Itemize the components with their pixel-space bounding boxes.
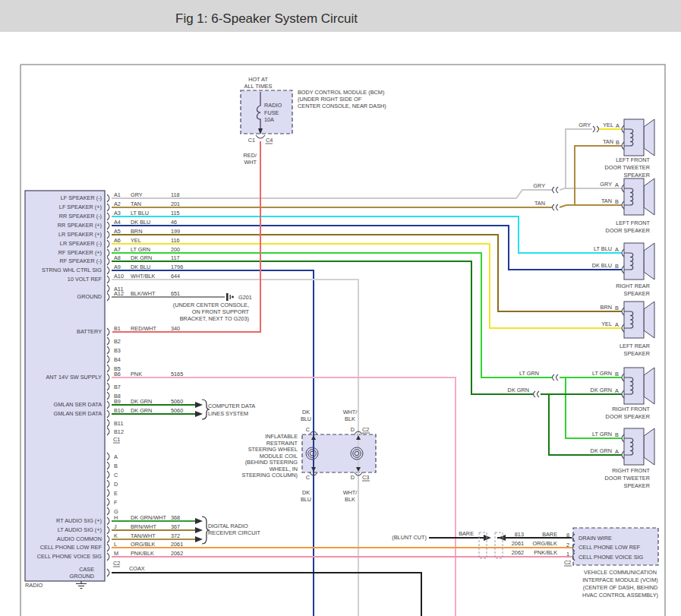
terminal-wire-label: DK GRN: [508, 387, 529, 393]
wire-color-label: DK GRN: [131, 398, 152, 405]
wire-color-label: WHT/BLK: [131, 273, 156, 280]
terminal-pin-letter: A: [615, 246, 619, 253]
pin-id: A2: [114, 201, 121, 207]
circuit-number: 199: [171, 228, 180, 235]
signal-label: GMLAN SER DATA: [54, 401, 102, 408]
connector-id: C3: [362, 474, 369, 481]
wire-color-label: TAN/WHT: [131, 532, 156, 539]
wire-color-label: DK: [302, 489, 310, 496]
speaker-title: DOOR SPEAKER: [606, 227, 650, 234]
terminal-wire-label: LT BLU: [594, 245, 612, 252]
vcim-caption: (CENTER OF DASH, BEHIND: [583, 584, 658, 591]
case-ground-icon: [76, 581, 87, 589]
wire-color-label: ORG/BLK: [533, 540, 558, 547]
terminal-wire-label: TAN: [603, 138, 613, 145]
link-label: DIGITAL RADIO: [208, 523, 248, 529]
pin-id: B7: [114, 384, 121, 390]
terminal-wire-label: TAN: [601, 197, 612, 204]
vcim-caption: INTERFACE MODULE (VCIM): [582, 577, 657, 583]
wire-color-label: BARE: [542, 531, 557, 538]
pin-id: B12: [114, 428, 124, 435]
pin-id: F: [114, 499, 118, 506]
pin-id: C: [306, 426, 310, 433]
wire-color-label: LT GRN: [131, 246, 150, 253]
wire-color-label: YEL: [131, 237, 141, 244]
ground-note: ON FRONT SUPPORT: [192, 308, 250, 315]
pin-id: 8: [566, 532, 569, 539]
vcim-caption: VEHICLE COMMUNICATION: [584, 569, 657, 576]
speaker-title: LEFT FRONT: [616, 156, 650, 163]
wire-color-label: DK GRN/WHT: [131, 514, 167, 521]
signal-label: CELL PHONE VOICE SIG: [37, 553, 102, 560]
terminal-wire-label: BRN: [601, 304, 612, 311]
wire-color-label: BLK/WHT: [131, 290, 156, 297]
circuit-number: 118: [171, 191, 180, 198]
signal-label: ANT 14V SW SUPPLY: [46, 374, 102, 381]
wire-gry: [112, 129, 622, 198]
wire-color-label: LT BLU: [131, 210, 149, 216]
terminal-wire-label: GRY: [600, 181, 612, 188]
wire-color-label: BARE: [459, 530, 474, 537]
wire-color-label: WHT/: [343, 489, 358, 496]
signal-label: STRNG WHL CTRL SIG: [42, 267, 102, 273]
pin-id: B2: [114, 338, 121, 345]
pin-id: B: [114, 463, 118, 469]
connector-id: C2: [362, 426, 369, 433]
wire-color-label: DK GRN: [131, 407, 152, 414]
terminal-wire-label: DK BLU: [592, 262, 612, 269]
ground-note: BRACKET, NEXT TO G203): [180, 315, 249, 322]
pin-id: 2: [566, 542, 569, 548]
wire-color-label: WHT/: [343, 409, 358, 415]
speaker-title: DOOR SPEAKER: [606, 413, 650, 420]
terminal-wire-label: GRY: [579, 122, 591, 128]
pin-id: E: [114, 490, 118, 497]
ground-note: (UNDER CENTER CONSOLE,: [173, 302, 249, 308]
wire-color-label: RED/WHT: [131, 325, 157, 332]
wire-color-label: PNK: [131, 371, 142, 377]
pin-id: A3: [114, 210, 121, 216]
wire-color-label: COAX: [129, 565, 145, 572]
terminal-wire-label: YEL: [601, 321, 612, 327]
bcm-note: CENTER CONSOLE, NEAR DASH): [298, 103, 386, 109]
speaker-icon: [624, 243, 654, 280]
radio-block-label: RADIO: [25, 582, 43, 589]
bcm-note: BODY CONTROL MODULE (BCM): [298, 89, 384, 96]
circuit-number: 5060: [171, 398, 183, 405]
fuse-label: FUSE: [264, 109, 279, 116]
pin-id: A: [114, 453, 118, 460]
signal-label: LR SPEAKER (-): [60, 240, 102, 247]
signal-label: RF SPEAKER (+): [58, 249, 102, 256]
page-title: Fig 1: 6-Speaker System Circuit: [175, 11, 358, 26]
circuit-number: 2061: [171, 541, 183, 548]
speaker-title: SPEAKER: [624, 172, 650, 178]
pin-id: A12: [114, 290, 124, 297]
terminal-pin-letter: A: [615, 448, 619, 455]
pin-id: D: [351, 426, 355, 433]
circuit-number: 644: [171, 273, 180, 280]
pin-id: B6: [114, 371, 121, 377]
connector-id: C2: [564, 559, 571, 566]
wire-color-label: BLU: [301, 415, 311, 422]
circuit-number: 2062: [171, 550, 183, 557]
terminal-pin-letter: B: [615, 198, 619, 205]
vcim-caption: HVAC CONTROL ASSEMBLY): [582, 592, 658, 599]
wire-color-label: ORG/BLK: [131, 541, 156, 548]
circuit-number: 117: [171, 254, 180, 261]
pin-id: H: [114, 514, 118, 521]
speaker-title: SPEAKER: [624, 350, 650, 357]
circuit-number: 5060: [171, 407, 183, 414]
wire-color-label: DK: [302, 409, 310, 415]
terminal-wire-label: GRY: [533, 182, 545, 189]
terminal-pin-letter: B: [615, 263, 619, 270]
terminal-pin-letter: A: [615, 321, 619, 328]
pin-id: 1: [566, 551, 569, 558]
signal-label: GMLAN SER DATA: [54, 410, 102, 417]
speaker-title: RIGHT REAR: [616, 283, 650, 289]
connector-id: C1: [113, 436, 120, 443]
terminal-pin-letter: A: [615, 182, 619, 188]
terminal-wire-label: DK GRN: [591, 387, 612, 393]
speaker-icon: [624, 119, 654, 156]
signal-label: CELL PHONE LOW REF: [40, 544, 102, 551]
signal-label: AUDIO COMMON: [57, 535, 102, 542]
terminal-pin-letter: A: [615, 387, 619, 394]
